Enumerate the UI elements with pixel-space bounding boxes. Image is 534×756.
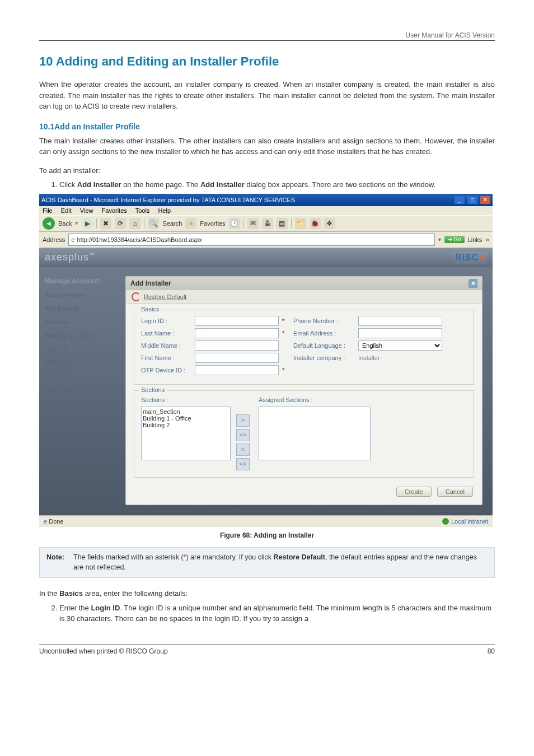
figure-caption: Figure 68: Adding an Installer xyxy=(39,531,495,539)
search-icon[interactable]: 🔍 xyxy=(148,218,159,229)
basics-fieldset: Basics Login ID : * Phone Number : Last … xyxy=(134,310,474,385)
favorites-label[interactable]: Favorites xyxy=(200,220,225,227)
panel-close-icon[interactable]: ✕ xyxy=(469,279,477,288)
misc-icon[interactable]: ❖ xyxy=(324,218,335,229)
step1-pre: Click xyxy=(59,180,77,189)
lang-select[interactable]: English xyxy=(358,340,442,351)
sidebar-item-mainsection[interactable]: main_Section xyxy=(45,386,118,393)
label-otp: OTP Device ID : xyxy=(141,367,191,374)
otp-input[interactable] xyxy=(195,365,279,375)
go-button[interactable]: ➜ Go xyxy=(444,236,465,243)
section-item-0[interactable]: main_Section xyxy=(143,408,229,415)
label-assigned: Assigned Sections : xyxy=(259,396,371,403)
assigned-listbox[interactable] xyxy=(259,407,371,460)
step-1: Click Add Installer on the home page. Th… xyxy=(59,179,495,190)
label-middle: Middle Name : xyxy=(141,342,191,349)
menu-tools[interactable]: Tools xyxy=(135,207,150,214)
move-right-button[interactable]: > xyxy=(236,414,250,427)
menu-edit[interactable]: Edit xyxy=(61,207,72,214)
note-box: Note: The fields marked with an asterisk… xyxy=(39,547,495,578)
sections-legend: Sections xyxy=(139,386,167,393)
sections-listbox[interactable]: main_Section Building 1 - Office Buildin… xyxy=(141,407,231,460)
basics-legend: Basics xyxy=(139,306,161,312)
ie-menubar: File Edit View Favorites Tools Help xyxy=(39,206,493,215)
maximize-button[interactable]: □ xyxy=(467,196,477,204)
step-2: Enter the Login ID. The login ID is a un… xyxy=(59,603,495,624)
cancel-button[interactable]: Cancel xyxy=(437,487,473,497)
sidebar-item-account[interactable]: Account Name xyxy=(45,292,118,298)
block-icon[interactable]: 🐞 xyxy=(310,218,321,229)
favorites-icon[interactable]: ★ xyxy=(185,218,196,229)
menu-file[interactable]: File xyxy=(43,207,53,214)
minimize-button[interactable]: _ xyxy=(455,196,465,204)
sidebar-item-add-installer[interactable]: Add Installer xyxy=(45,305,118,312)
company-value: Installer xyxy=(358,354,442,361)
address-url: http://01hw193384/acis/ACISDashBoard.asp… xyxy=(77,236,202,243)
last-asterisk: * xyxy=(282,330,290,337)
sidebar-item-floor14[interactable]: Floor - 1 - 4 xyxy=(45,399,118,406)
menu-favorites[interactable]: Favorites xyxy=(102,207,127,214)
mail-icon[interactable]: ✉ xyxy=(247,218,259,229)
phone-input[interactable] xyxy=(358,316,442,326)
back-button[interactable]: ◄ xyxy=(43,217,55,230)
menu-view[interactable]: View xyxy=(80,207,93,214)
section-item-1[interactable]: Building 1 - Office xyxy=(143,415,229,422)
history-icon[interactable]: 🕑 xyxy=(229,218,240,229)
step1-mid: on the home page. The xyxy=(121,180,200,189)
sidebar-item-building1[interactable]: Building 1 - Office xyxy=(45,332,118,339)
restore-label: Restore Default xyxy=(144,293,186,300)
links-label[interactable]: Links xyxy=(468,236,483,243)
folder-icon[interactable]: 📁 xyxy=(295,218,306,229)
status-zone: Local intranet xyxy=(442,518,488,525)
restore-default-link[interactable]: Restore Default xyxy=(126,290,482,304)
sidebar-item-floor0b[interactable]: Floor - 0 xyxy=(45,372,118,379)
status-done: e Done xyxy=(44,518,63,525)
brand-logo: axesplus™ xyxy=(45,251,95,263)
login-input[interactable] xyxy=(195,316,279,326)
section-item-2[interactable]: Building 2 xyxy=(143,422,229,428)
home-icon[interactable]: ⌂ xyxy=(129,218,140,229)
label-company: Installer company : xyxy=(293,354,355,361)
label-email: Email Address : xyxy=(293,330,355,337)
label-phone: Phone Number : xyxy=(293,318,355,324)
label-last: Last Name : xyxy=(141,330,191,337)
search-label[interactable]: Search xyxy=(162,220,182,227)
middle-input[interactable] xyxy=(195,340,279,351)
move-left-button[interactable]: < xyxy=(236,444,250,456)
note-label: Note: xyxy=(46,552,73,573)
sidebar-item-building2[interactable]: Building 2 xyxy=(45,359,118,366)
add-installer-panel: Add Installer ✕ Restore Default Basics L… xyxy=(125,276,483,505)
header-doc-label: User Manual for ACIS Version xyxy=(39,31,495,39)
email-input[interactable] xyxy=(358,328,442,338)
sub1-paragraph-1: The main installer creates other install… xyxy=(39,136,495,157)
sidebar-item-sections[interactable]: Sections xyxy=(45,319,118,325)
label-first: First Name : xyxy=(141,354,191,361)
go-label: Go xyxy=(453,236,461,242)
sidebar-item-floor0a[interactable]: Floor - 0 xyxy=(45,346,118,352)
otp-asterisk: * xyxy=(282,367,290,374)
move-all-right-button[interactable]: >> xyxy=(236,429,250,441)
print-icon[interactable]: 🖶 xyxy=(262,218,273,229)
close-button[interactable]: × xyxy=(480,196,490,204)
refresh-icon[interactable]: ⟳ xyxy=(115,218,126,229)
toolbar-sep-2 xyxy=(144,218,144,228)
move-all-left-button[interactable]: << xyxy=(236,458,250,470)
edit-icon[interactable]: ▤ xyxy=(277,218,288,229)
sidebar-manage-header: Manage Account: xyxy=(45,277,118,285)
label-lang: Default Language : xyxy=(293,342,355,349)
first-input[interactable] xyxy=(195,353,279,363)
create-button[interactable]: Create xyxy=(396,487,432,497)
toolbar-sep-3 xyxy=(243,218,244,228)
forward-button[interactable]: ▶ xyxy=(82,218,93,229)
menu-help[interactable]: Help xyxy=(158,207,171,214)
address-input[interactable]: e http://01hw193384/acis/ACISDashBoard.a… xyxy=(68,234,434,246)
back-label[interactable]: Back xyxy=(58,220,72,227)
last-input[interactable] xyxy=(195,328,279,338)
address-dropdown-icon[interactable]: ▾ xyxy=(438,236,441,242)
stop-icon[interactable]: ✖ xyxy=(100,218,111,229)
restore-icon xyxy=(132,292,140,301)
subsection-title: 10.1Add an Installer Profile xyxy=(39,122,495,131)
header-rule xyxy=(39,40,495,41)
toolbar-sep xyxy=(96,218,97,228)
label-sections: Sections : xyxy=(141,396,231,403)
